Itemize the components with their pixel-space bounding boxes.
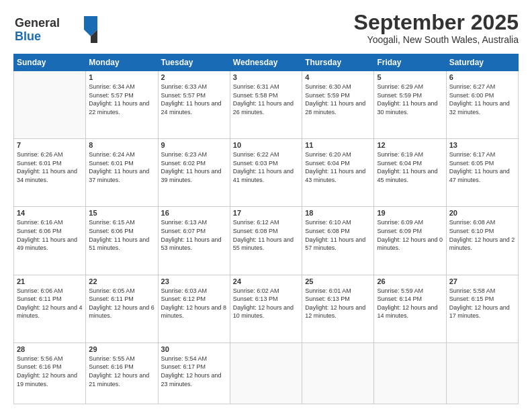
day-info: Sunrise: 6:30 AMSunset: 5:59 PMDaylight:… xyxy=(305,83,371,116)
day-number: 18 xyxy=(305,209,371,217)
day-number: 30 xyxy=(161,345,227,353)
calendar-table: SundayMondayTuesdayWednesdayThursdayFrid… xyxy=(13,54,519,404)
day-info: Sunrise: 6:26 AMSunset: 6:01 PMDaylight:… xyxy=(17,150,83,184)
calendar-cell: 10Sunrise: 6:22 AMSunset: 6:03 PMDayligh… xyxy=(230,139,302,207)
day-number: 6 xyxy=(449,73,515,81)
col-header-wednesday: Wednesday xyxy=(230,54,302,71)
calendar-cell: 15Sunrise: 6:15 AMSunset: 6:06 PMDayligh… xyxy=(86,207,158,275)
day-number: 11 xyxy=(305,141,371,149)
day-info: Sunrise: 6:12 AMSunset: 6:08 PMDaylight:… xyxy=(233,218,299,252)
day-number: 12 xyxy=(377,141,443,149)
calendar-cell: 5Sunrise: 6:29 AMSunset: 5:59 PMDaylight… xyxy=(374,71,446,139)
day-info: Sunrise: 5:59 AMSunset: 6:14 PMDaylight:… xyxy=(377,287,443,320)
week-row-4: 21Sunrise: 6:06 AMSunset: 6:11 PMDayligh… xyxy=(14,275,519,342)
week-row-2: 7Sunrise: 6:26 AMSunset: 6:01 PMDaylight… xyxy=(14,139,519,207)
calendar-cell xyxy=(14,71,86,139)
day-info: Sunrise: 6:31 AMSunset: 5:58 PMDaylight:… xyxy=(233,83,299,116)
calendar-cell: 25Sunrise: 6:01 AMSunset: 6:13 PMDayligh… xyxy=(302,275,374,342)
calendar-cell: 13Sunrise: 6:17 AMSunset: 6:05 PMDayligh… xyxy=(446,139,518,207)
day-info: Sunrise: 6:10 AMSunset: 6:08 PMDaylight:… xyxy=(305,218,371,252)
calendar-cell: 22Sunrise: 6:05 AMSunset: 6:11 PMDayligh… xyxy=(86,275,158,342)
col-header-tuesday: Tuesday xyxy=(158,54,230,71)
day-number: 5 xyxy=(377,73,443,81)
calendar-cell xyxy=(374,342,446,404)
day-number: 1 xyxy=(89,73,154,81)
day-info: Sunrise: 6:02 AMSunset: 6:13 PMDaylight:… xyxy=(233,287,299,320)
calendar-cell: 1Sunrise: 6:34 AMSunset: 5:57 PMDaylight… xyxy=(86,71,158,139)
calendar-cell: 9Sunrise: 6:23 AMSunset: 6:02 PMDaylight… xyxy=(158,139,230,207)
col-header-monday: Monday xyxy=(86,54,158,71)
calendar-cell: 27Sunrise: 5:58 AMSunset: 6:15 PMDayligh… xyxy=(446,275,518,342)
day-number: 21 xyxy=(17,277,83,285)
month-title: September 2025 xyxy=(354,11,519,34)
calendar-cell: 20Sunrise: 6:08 AMSunset: 6:10 PMDayligh… xyxy=(446,207,518,275)
day-number: 24 xyxy=(233,277,299,285)
calendar-cell: 3Sunrise: 6:31 AMSunset: 5:58 PMDaylight… xyxy=(230,71,302,139)
day-number: 15 xyxy=(89,209,154,217)
day-info: Sunrise: 6:34 AMSunset: 5:57 PMDaylight:… xyxy=(89,83,154,116)
calendar-cell: 26Sunrise: 5:59 AMSunset: 6:14 PMDayligh… xyxy=(374,275,446,342)
col-header-friday: Friday xyxy=(374,54,446,71)
day-info: Sunrise: 6:06 AMSunset: 6:11 PMDaylight:… xyxy=(17,287,83,320)
header: General Blue September 2025 Yoogali, New… xyxy=(13,11,519,48)
calendar-cell: 4Sunrise: 6:30 AMSunset: 5:59 PMDaylight… xyxy=(302,71,374,139)
day-info: Sunrise: 6:23 AMSunset: 6:02 PMDaylight:… xyxy=(161,150,227,184)
day-number: 17 xyxy=(233,209,299,217)
page: General Blue September 2025 Yoogali, New… xyxy=(0,0,532,411)
calendar-cell: 12Sunrise: 6:19 AMSunset: 6:04 PMDayligh… xyxy=(374,139,446,207)
day-info: Sunrise: 6:05 AMSunset: 6:11 PMDaylight:… xyxy=(89,287,154,320)
calendar-cell xyxy=(230,342,302,404)
calendar-cell: 23Sunrise: 6:03 AMSunset: 6:12 PMDayligh… xyxy=(158,275,230,342)
day-number: 16 xyxy=(161,209,227,217)
day-info: Sunrise: 6:27 AMSunset: 6:00 PMDaylight:… xyxy=(449,83,515,116)
calendar-cell: 14Sunrise: 6:16 AMSunset: 6:06 PMDayligh… xyxy=(14,207,86,275)
day-info: Sunrise: 6:24 AMSunset: 6:01 PMDaylight:… xyxy=(89,150,154,184)
day-number: 26 xyxy=(377,277,443,285)
calendar-cell xyxy=(302,342,374,404)
calendar-cell: 17Sunrise: 6:12 AMSunset: 6:08 PMDayligh… xyxy=(230,207,302,275)
logo-icon: General Blue xyxy=(13,11,101,46)
day-number: 19 xyxy=(377,209,443,217)
day-info: Sunrise: 5:58 AMSunset: 6:15 PMDaylight:… xyxy=(449,287,515,320)
day-number: 3 xyxy=(233,73,299,81)
logo: General Blue xyxy=(13,11,101,48)
day-number: 28 xyxy=(17,345,83,353)
day-info: Sunrise: 6:09 AMSunset: 6:09 PMDaylight:… xyxy=(377,218,443,252)
day-number: 29 xyxy=(89,345,154,353)
calendar-cell: 29Sunrise: 5:55 AMSunset: 6:16 PMDayligh… xyxy=(86,342,158,404)
day-info: Sunrise: 6:01 AMSunset: 6:13 PMDaylight:… xyxy=(305,287,371,320)
day-number: 7 xyxy=(17,141,83,149)
day-info: Sunrise: 6:17 AMSunset: 6:05 PMDaylight:… xyxy=(449,150,515,184)
calendar-cell xyxy=(446,342,518,404)
day-number: 10 xyxy=(233,141,299,149)
calendar-cell: 18Sunrise: 6:10 AMSunset: 6:08 PMDayligh… xyxy=(302,207,374,275)
day-number: 20 xyxy=(449,209,515,217)
day-info: Sunrise: 6:13 AMSunset: 6:07 PMDaylight:… xyxy=(161,218,227,252)
calendar-cell: 7Sunrise: 6:26 AMSunset: 6:01 PMDaylight… xyxy=(14,139,86,207)
day-info: Sunrise: 6:19 AMSunset: 6:04 PMDaylight:… xyxy=(377,150,443,184)
week-row-3: 14Sunrise: 6:16 AMSunset: 6:06 PMDayligh… xyxy=(14,207,519,275)
day-number: 4 xyxy=(305,73,371,81)
day-info: Sunrise: 6:03 AMSunset: 6:12 PMDaylight:… xyxy=(161,287,227,320)
calendar-cell: 11Sunrise: 6:20 AMSunset: 6:04 PMDayligh… xyxy=(302,139,374,207)
col-header-saturday: Saturday xyxy=(446,54,518,71)
day-info: Sunrise: 5:55 AMSunset: 6:16 PMDaylight:… xyxy=(89,355,154,388)
day-number: 25 xyxy=(305,277,371,285)
calendar-cell: 28Sunrise: 5:56 AMSunset: 6:16 PMDayligh… xyxy=(14,342,86,404)
calendar-cell: 6Sunrise: 6:27 AMSunset: 6:00 PMDaylight… xyxy=(446,71,518,139)
week-row-5: 28Sunrise: 5:56 AMSunset: 6:16 PMDayligh… xyxy=(14,342,519,404)
day-number: 9 xyxy=(161,141,227,149)
location: Yoogali, New South Wales, Australia xyxy=(354,34,519,45)
day-number: 14 xyxy=(17,209,83,217)
calendar-cell: 21Sunrise: 6:06 AMSunset: 6:11 PMDayligh… xyxy=(14,275,86,342)
day-info: Sunrise: 6:22 AMSunset: 6:03 PMDaylight:… xyxy=(233,150,299,184)
day-number: 22 xyxy=(89,277,154,285)
day-number: 23 xyxy=(161,277,227,285)
day-info: Sunrise: 6:08 AMSunset: 6:10 PMDaylight:… xyxy=(449,218,515,252)
day-info: Sunrise: 5:54 AMSunset: 6:17 PMDaylight:… xyxy=(161,355,227,388)
day-info: Sunrise: 6:29 AMSunset: 5:59 PMDaylight:… xyxy=(377,83,443,116)
calendar-cell: 16Sunrise: 6:13 AMSunset: 6:07 PMDayligh… xyxy=(158,207,230,275)
day-number: 2 xyxy=(161,73,227,81)
day-info: Sunrise: 6:33 AMSunset: 5:57 PMDaylight:… xyxy=(161,83,227,116)
title-block: September 2025 Yoogali, New South Wales,… xyxy=(354,11,519,45)
